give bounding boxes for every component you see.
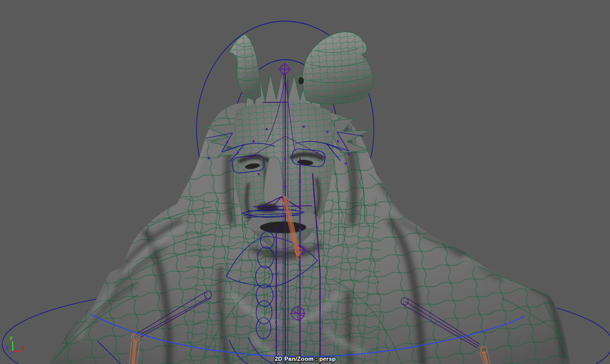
axis-y-label: y: [10, 334, 13, 340]
axis-x-label: x: [22, 345, 25, 351]
pan-zoom-hud-label: 2D Pan/Zoom : persp: [275, 356, 336, 362]
axis-z-label: z: [5, 344, 8, 350]
3d-viewport[interactable]: y x z 2D Pan/Zoom : persp: [0, 0, 610, 364]
